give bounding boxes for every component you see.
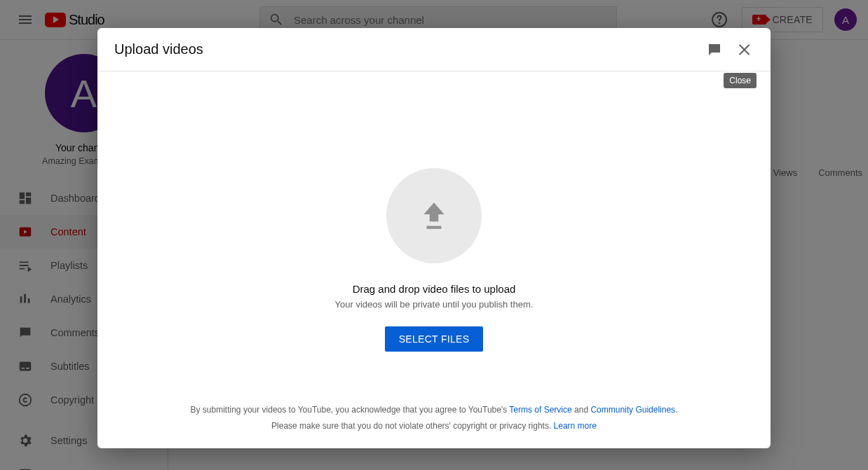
community-guidelines-link[interactable]: Community Guidelines [590, 405, 675, 415]
legal-period: . [675, 405, 677, 415]
send-feedback-button[interactable] [706, 41, 723, 58]
legal-prefix: By submitting your videos to YouTube, yo… [191, 405, 510, 415]
upload-arrow-icon [416, 198, 452, 233]
dialog-header: Upload videos [97, 28, 771, 71]
upload-dropzone[interactable] [386, 168, 482, 263]
upload-videos-dialog: Upload videos Close Drag and drop video … [97, 28, 771, 448]
select-files-button[interactable]: SELECT FILES [385, 326, 484, 352]
close-button[interactable] [737, 41, 754, 58]
legal-and: and [572, 405, 591, 415]
feedback-icon [706, 41, 723, 58]
drag-title: Drag and drop video files to upload [353, 283, 516, 295]
legal-text: By submitting your videos to YouTube, yo… [97, 402, 771, 434]
svg-rect-7 [427, 226, 442, 229]
close-icon [737, 41, 754, 58]
terms-of-service-link[interactable]: Terms of Service [509, 405, 571, 415]
dialog-body: Drag and drop video files to upload Your… [97, 71, 771, 448]
learn-more-link[interactable]: Learn more [554, 421, 597, 431]
legal-line2-prefix: Please make sure that you do not violate… [271, 421, 554, 431]
dialog-title: Upload videos [114, 41, 203, 57]
drag-subtitle: Your videos will be private until you pu… [335, 299, 534, 310]
